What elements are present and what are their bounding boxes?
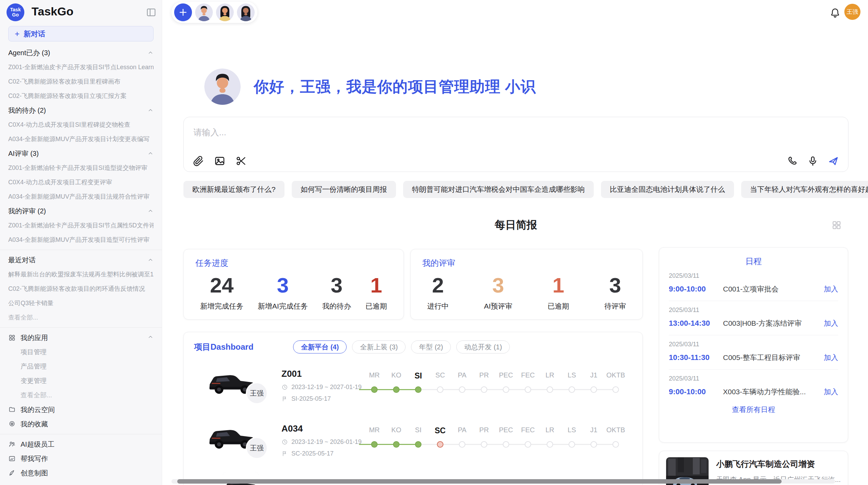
horizontal-scrollbar-thumb[interactable]: [177, 479, 782, 484]
sidebar-tool-label: AI超级员工: [21, 440, 55, 449]
user-avatar[interactable]: 王强: [844, 4, 860, 20]
sidebar-group-header[interactable]: 最近对话: [8, 253, 154, 267]
suggestion-chip[interactable]: 特朗普可能对进口汽车增税会对中国车企造成哪些影响: [403, 181, 594, 198]
sidebar-task-item[interactable]: C02-飞腾新能源轻客改款项目里程碑画布: [8, 74, 154, 89]
notification-bell-icon[interactable]: [830, 8, 841, 18]
sidebar-group-header[interactable]: 我的评审 (2): [8, 204, 154, 218]
project-row[interactable]: 王强Z0012023-12-19 ~ 2027-01-19SI-2025-05-…: [194, 364, 632, 408]
sidebar-task-item[interactable]: A034-全新新能源MUV产品开发项目计划变更表编写: [8, 132, 154, 146]
dashboard-tab[interactable]: 全新平台 (4): [293, 340, 347, 353]
milestone-node[interactable]: [547, 386, 553, 393]
app-sub-item[interactable]: 产品管理: [8, 359, 154, 374]
milestone-node[interactable]: [437, 441, 444, 448]
stat-cell: 1已逾期: [547, 272, 569, 311]
sidebar-item-folder[interactable]: 我的云空间: [8, 402, 154, 417]
app-sub-item[interactable]: 变更管理: [8, 374, 154, 388]
milestone-node[interactable]: [393, 386, 400, 393]
dashboard-tab[interactable]: 全新上装 (3): [352, 340, 406, 353]
suggestion-chip[interactable]: 欧洲新规最近颁布了什么?: [183, 181, 285, 198]
join-button[interactable]: 加入: [824, 284, 838, 294]
chat-input[interactable]: [193, 125, 742, 140]
recent-chat-item[interactable]: 公司Q3轻卡销量: [8, 296, 154, 310]
sidebar-task-item[interactable]: C02-飞腾新能源轻客改款项目立项汇报方案: [8, 89, 154, 103]
recent-chat-item[interactable]: C02-飞腾新能源轻客改款项目的闭环通告反馈情况: [8, 282, 154, 296]
send-icon[interactable]: [828, 155, 839, 167]
milestone-node[interactable]: [613, 386, 619, 393]
milestone-node[interactable]: [481, 441, 487, 448]
milestone-node[interactable]: [525, 441, 531, 448]
chat-composer: [183, 117, 848, 172]
sidebar-group-header[interactable]: 我的待办 (2): [8, 103, 154, 117]
milestone-node[interactable]: [415, 386, 422, 393]
milestone-node[interactable]: [459, 386, 466, 393]
sidebar-tool-write[interactable]: 帮我写作: [8, 451, 154, 466]
event-date: 2025/03/11: [669, 272, 838, 279]
add-agent-button[interactable]: [174, 3, 192, 21]
sidebar-collapse-icon[interactable]: [146, 7, 156, 17]
milestone-node[interactable]: [503, 386, 509, 393]
sidebar-item-star-badge[interactable]: 我的收藏: [8, 417, 154, 431]
sidebar-task-item[interactable]: Z001-全新燃油轻卡产品开发项目SI节点属性5D文件评审: [8, 218, 154, 233]
dashboard-tab[interactable]: 年型 (2): [411, 340, 451, 353]
milestone-node[interactable]: [591, 386, 597, 393]
milestone-node[interactable]: [371, 386, 378, 393]
milestone-node[interactable]: [437, 386, 444, 393]
stat-value: 1: [365, 272, 387, 299]
milestone-node[interactable]: [547, 441, 553, 448]
milestone-node[interactable]: [503, 441, 509, 448]
new-chat-button[interactable]: + 新对话: [8, 26, 154, 41]
screenshot-scissors-icon[interactable]: [235, 155, 247, 167]
sidebar-task-item[interactable]: A034-全新新能源MUV产品开发项目法规符合性评审: [8, 189, 154, 204]
agent-avatar-1[interactable]: [195, 3, 213, 21]
voice-mic-icon[interactable]: [807, 155, 819, 167]
my-apps-label: 我的应用: [21, 333, 48, 343]
event-date: 2025/03/11: [669, 375, 838, 382]
milestone-node[interactable]: [481, 386, 487, 393]
agent-avatar-3[interactable]: [237, 3, 255, 21]
milestone-node[interactable]: [569, 441, 575, 448]
join-button[interactable]: 加入: [824, 387, 838, 397]
sidebar-task-item[interactable]: A034-全新新能源MUV产品开发项目造型可行性评审: [8, 233, 154, 247]
sidebar-task-item[interactable]: C0X4-动力总成开发项目工程变更评审: [8, 175, 154, 189]
suggestion-chip[interactable]: 如何写一份清晰的项目周报: [292, 181, 396, 198]
dashboard-tab[interactable]: 动总开发 (1): [456, 340, 510, 353]
briefing-layout-grid-icon[interactable]: [831, 220, 842, 230]
project-dashboard-card: 项目Dashboard 全新平台 (4)全新上装 (3)年型 (2)动总开发 (…: [183, 332, 643, 485]
sidebar-item-my-apps[interactable]: 我的应用: [8, 331, 154, 345]
stats-card: 我的评审2进行中3AI预评审1已逾期3待评审: [410, 249, 643, 320]
stat-cell: 3待评审: [604, 272, 626, 311]
milestone-node[interactable]: [371, 441, 378, 448]
sidebar-link-label: 我的云空间: [21, 405, 55, 414]
milestone-node[interactable]: [569, 386, 575, 393]
sidebar-tool-pen[interactable]: 创意制图: [8, 466, 154, 480]
milestone-node[interactable]: [613, 441, 619, 448]
apps-view-all-link[interactable]: 查看全部...: [8, 388, 154, 402]
sidebar-group-header[interactable]: AI评审 (3): [8, 146, 154, 161]
app-sub-item[interactable]: 项目管理: [8, 345, 154, 359]
recent-chat-item[interactable]: 解释最新出台的欧盟报废车法规再生塑料比例被调至15%...: [8, 267, 154, 282]
project-row[interactable]: 王强A0342023-12-19 ~ 2026-01-19SC-2025-05-…: [194, 419, 632, 463]
recent-view-all-link[interactable]: 查看全部...: [8, 310, 154, 325]
milestone-node[interactable]: [591, 441, 597, 448]
sidebar-nav: Agent已办 (3)Z001-全新燃油皮卡产品开发项目SI节点Lesson L…: [0, 41, 162, 480]
milestone-node[interactable]: [459, 441, 466, 448]
view-all-schedule-link[interactable]: 查看所有日程: [669, 405, 838, 414]
milestone-node[interactable]: [525, 386, 531, 393]
suggestion-chip[interactable]: 比亚迪全固态电池计划具体说了什么: [601, 181, 734, 198]
phone-call-icon[interactable]: [786, 155, 798, 167]
milestone-node[interactable]: [393, 441, 400, 448]
milestone-timeline: MRKOSISCPAPRPECFECLRLSJ1OKTB: [363, 419, 631, 460]
sidebar-group-header[interactable]: Agent已办 (3): [8, 46, 154, 60]
sidebar-task-item[interactable]: Z001-全新燃油轻卡产品开发项目SI造型提交物评审: [8, 161, 154, 175]
milestone-node[interactable]: [415, 441, 422, 448]
sidebar-tool-people[interactable]: AI超级员工: [8, 437, 154, 451]
join-button[interactable]: 加入: [824, 353, 838, 362]
sidebar-task-item[interactable]: Z001-全新燃油皮卡产品开发项目SI节点Lesson Learn报告: [8, 60, 154, 74]
join-button[interactable]: 加入: [824, 319, 838, 328]
suggestion-chip[interactable]: 当下年轻人对汽车外观有怎样的喜好趋势: [741, 181, 868, 198]
sidebar-tool-label: 创意制图: [21, 469, 48, 478]
image-upload-icon[interactable]: [214, 155, 226, 167]
attachment-icon[interactable]: [193, 155, 204, 167]
agent-avatar-2[interactable]: [216, 3, 234, 21]
sidebar-task-item[interactable]: C0X4-动力总成开发项目SI里程碑提交物检查: [8, 117, 154, 132]
